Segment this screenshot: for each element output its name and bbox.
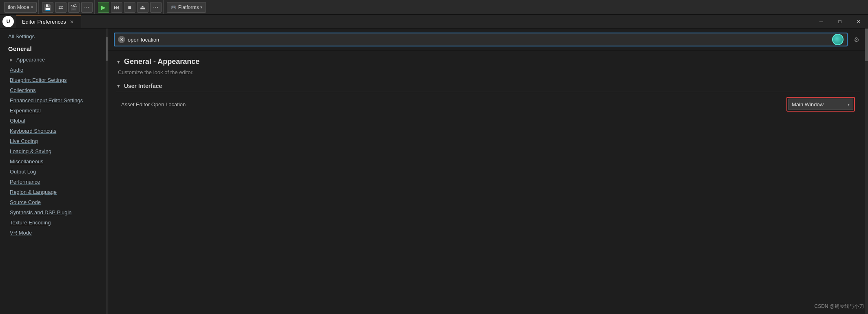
dropdown-highlight-box: Main Window ▾ [786,97,855,112]
sidebar-item-keyboard-shortcuts-label: Keyboard Shortcuts [10,128,56,134]
sidebar-item-output-log[interactable]: Output Log [0,167,108,177]
right-scrollbar[interactable] [865,29,868,314]
all-settings-link[interactable]: All Settings [0,29,108,42]
search-clear-button[interactable]: ✕ [118,36,125,43]
content-area: ✕ ⚙ ▼ General - Appearance Customize the… [108,29,868,314]
category-name: User Interface [124,83,162,89]
sidebar-item-collections-label: Collections [10,87,36,93]
search-input-container: ✕ [114,33,848,46]
category-user-interface: ▼ User Interface Asset Editor Open Locat… [116,80,860,115]
sidebar-item-audio-label: Audio [10,67,23,73]
search-input[interactable] [128,37,830,43]
sidebar-item-vr-mode-label: VR Mode [10,230,32,236]
sidebar-item-keyboard-shortcuts[interactable]: Keyboard Shortcuts [0,126,108,136]
maximize-button[interactable]: □ [830,15,849,29]
mode-label: tion Mode [8,4,29,10]
play-next-icon: ⏭ [114,4,120,11]
sidebar-scrollbar-thumb [106,37,108,61]
sidebar-item-blueprint-editor-settings[interactable]: Blueprint Editor Settings [0,75,108,85]
tab-editor-preferences-label: Editor Preferences [22,19,66,25]
mode-group: tion Mode ▾ [2,0,39,14]
ue-logo: U [2,16,14,27]
platforms-chevron: ▾ [200,5,202,9]
sidebar-item-source-code[interactable]: Source Code [0,197,108,207]
category-header: ▼ User Interface [116,80,860,92]
tab-editor-preferences[interactable]: Editor Preferences ✕ [16,15,81,28]
content-section: ▼ General - Appearance Customize the loo… [108,51,868,125]
asset-editor-open-location-dropdown[interactable]: Main Window ▾ [788,99,853,110]
mode-chevron: ▾ [31,5,33,9]
platforms-label: Platforms [178,4,199,10]
sidebar-item-live-coding[interactable]: Live Coding [0,136,108,146]
sidebar-item-experimental[interactable]: Experimental [0,105,108,116]
sidebar-item-region-language-label: Region & Language [10,189,57,195]
sidebar-item-loading-saving[interactable]: Loading & Saving [0,146,108,156]
minimize-button[interactable]: ─ [812,15,830,29]
search-bar-wrapper: ✕ ⚙ [108,29,868,51]
setting-control: Main Window ▾ [786,97,855,112]
platforms-icon: 🎮 [170,4,177,10]
sidebar-item-enhanced-input[interactable]: Enhanced Input Editor Settings [0,95,108,105]
play-group: ▶ ⏭ ■ ⏏ ⋯ [96,0,164,14]
section-subtitle: Customize the look of the editor. [116,69,860,75]
sidebar-item-enhanced-input-label: Enhanced Input Editor Settings [10,97,83,103]
mode-button[interactable]: tion Mode ▾ [4,2,37,13]
toolbar-action-2[interactable]: ⇄ [55,2,66,13]
tab-close-button[interactable]: ✕ [69,19,75,25]
toolbar-action-4[interactable]: ⋯ [81,2,93,13]
setting-row-asset-editor-open-location: Asset Editor Open Location Main Window ▾ [116,94,860,115]
section-title: General - Appearance [124,57,199,66]
window-controls: ─ □ ✕ [812,15,868,29]
sidebar-item-miscellaneous[interactable]: Miscellaneous [0,156,108,167]
watermark: CSDN @钢琴线与小刀 [814,303,864,310]
sidebar-item-global[interactable]: Global [0,116,108,126]
sidebar-item-texture-encoding[interactable]: Texture Encoding [0,217,108,228]
sidebar-item-live-coding-label: Live Coding [10,138,38,144]
toolbar-action-3[interactable]: 🎬 [68,2,80,13]
settings-gear-icon[interactable]: ⚙ [851,34,862,45]
play-icon: ▶ [101,4,106,11]
tab-bar: U Editor Preferences ✕ ─ □ ✕ [0,15,868,29]
play-button[interactable]: ▶ [98,2,109,13]
sidebar-section-header: General [0,42,108,55]
stop-button[interactable]: ■ [124,2,135,13]
search-avatar-icon [832,34,844,45]
sidebar-item-global-label: Global [10,118,25,124]
toolbar-action-1[interactable]: 💾 [42,2,53,13]
sidebar-item-miscellaneous-label: Miscellaneous [10,158,43,165]
eject-button[interactable]: ⏏ [137,2,148,13]
platforms-group: 🎮 Platforms ▾ [165,0,208,14]
sidebar-item-collections[interactable]: Collections [0,85,108,95]
dropdown-chevron-icon: ▾ [848,102,850,107]
sidebar-scrollbar[interactable] [106,29,108,314]
right-scrollbar-thumb [865,29,868,61]
sidebar-item-appearance[interactable]: ▶ Appearance [0,55,108,65]
dropdown-value: Main Window [792,101,844,108]
sidebar-item-loading-saving-label: Loading & Saving [10,148,51,154]
sidebar-item-audio[interactable]: Audio [0,65,108,75]
sidebar-item-synthesis-dsp[interactable]: Synthesis and DSP Plugin [0,207,108,217]
sidebar-item-source-code-label: Source Code [10,199,41,205]
platforms-button[interactable]: 🎮 Platforms ▾ [167,2,206,13]
sidebar-item-output-log-label: Output Log [10,169,36,175]
main-layout: All Settings General ▶ Appearance Audio … [0,29,868,314]
sidebar-item-synthesis-dsp-label: Synthesis and DSP Plugin [10,209,72,215]
sidebar-item-performance-label: Performance [10,179,40,185]
arrow-icon: ▶ [10,57,13,62]
sidebar-item-appearance-label: Appearance [16,57,45,63]
category-collapse-arrow[interactable]: ▼ [116,83,121,88]
section-collapse-arrow[interactable]: ▼ [116,59,121,64]
eject-icon: ⏏ [140,4,145,11]
sidebar-item-region-language[interactable]: Region & Language [0,187,108,197]
setting-label: Asset Editor Open Location [121,101,786,108]
stop-icon: ■ [128,4,131,11]
sidebar-item-vr-mode[interactable]: VR Mode [0,228,108,238]
toolbar-actions-group: 💾 ⇄ 🎬 ⋯ [40,0,95,14]
more-button[interactable]: ⋯ [150,2,162,13]
sidebar-item-performance[interactable]: Performance [0,177,108,187]
play-next-button[interactable]: ⏭ [111,2,122,13]
sidebar-item-texture-encoding-label: Texture Encoding [10,220,51,226]
sidebar-item-blueprint-label: Blueprint Editor Settings [10,77,66,83]
top-toolbar: tion Mode ▾ 💾 ⇄ 🎬 ⋯ ▶ ⏭ ■ ⏏ ⋯ 🎮 Platform… [0,0,868,15]
close-button[interactable]: ✕ [849,15,868,29]
